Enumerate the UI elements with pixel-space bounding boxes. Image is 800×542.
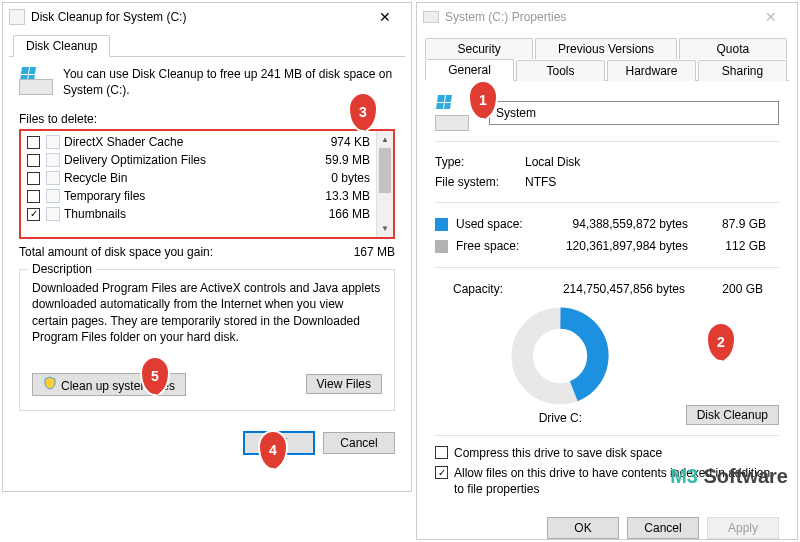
watermark-word: Software	[704, 465, 788, 487]
item-size: 13.3 MB	[310, 189, 370, 203]
item-size: 974 KB	[310, 135, 370, 149]
free-gb: 112 GB	[706, 239, 766, 253]
checkbox[interactable]	[27, 154, 40, 167]
clean-system-files-label: Clean up system files	[61, 379, 175, 393]
close-icon[interactable]: ✕	[365, 9, 405, 25]
item-name: Recycle Bin	[64, 171, 310, 185]
used-label: Used space:	[456, 217, 556, 231]
type-label: Type:	[435, 155, 525, 169]
scroll-thumb[interactable]	[379, 148, 391, 193]
watermark: M3 Software	[670, 465, 788, 488]
fs-label: File system:	[435, 175, 525, 189]
file-icon	[46, 153, 60, 167]
apply-button[interactable]: Apply	[707, 517, 779, 539]
drive-icon	[19, 67, 53, 95]
description-text: Downloaded Program Files are ActiveX con…	[32, 280, 382, 345]
tab-sharing[interactable]: Sharing	[698, 60, 787, 81]
tab-tools[interactable]: Tools	[516, 60, 605, 81]
used-swatch	[435, 218, 448, 231]
scroll-up-icon[interactable]: ▲	[377, 131, 393, 148]
drive-icon	[435, 95, 479, 131]
watermark-brand: M3	[670, 465, 698, 487]
scrollbar[interactable]: ▲ ▼	[376, 131, 393, 237]
item-name: Thumbnails	[64, 207, 310, 221]
files-to-delete-label: Files to delete:	[19, 112, 395, 126]
used-gb: 87.9 GB	[706, 217, 766, 231]
drive-caption: Drive C:	[435, 411, 686, 425]
type-value: Local Disk	[525, 155, 580, 169]
window-title: Disk Cleanup for System (C:)	[31, 10, 365, 24]
capacity-gb: 200 GB	[703, 282, 763, 296]
item-size: 166 MB	[310, 207, 370, 221]
item-name: Temporary files	[64, 189, 310, 203]
list-item[interactable]: DirectX Shader Cache 974 KB	[21, 133, 376, 151]
list-item[interactable]: Recycle Bin 0 bytes	[21, 169, 376, 187]
index-checkbox[interactable]	[435, 466, 448, 479]
capacity-label: Capacity:	[453, 282, 553, 296]
checkbox[interactable]	[27, 208, 40, 221]
list-item[interactable]: Thumbnails 166 MB	[21, 205, 376, 223]
tab-hardware[interactable]: Hardware	[607, 60, 696, 81]
item-name: Delivery Optimization Files	[64, 153, 310, 167]
shield-icon	[43, 376, 57, 390]
clean-system-files-button[interactable]: Clean up system files	[32, 373, 186, 396]
scroll-track[interactable]	[377, 193, 393, 220]
compress-label: Compress this drive to save disk space	[454, 446, 662, 460]
file-icon	[46, 171, 60, 185]
scroll-down-icon[interactable]: ▼	[377, 220, 393, 237]
drive-properties-dialog: System (C:) Properties ✕ Security Previo…	[416, 2, 798, 540]
ok-button[interactable]: OK	[243, 431, 315, 455]
titlebar[interactable]: Disk Cleanup for System (C:) ✕	[3, 3, 411, 31]
description-legend: Description	[28, 262, 96, 276]
close-icon[interactable]: ✕	[751, 9, 791, 25]
intro-text: You can use Disk Cleanup to free up 241 …	[63, 67, 395, 98]
files-to-delete-list[interactable]: DirectX Shader Cache 974 KB Delivery Opt…	[19, 129, 395, 239]
list-item[interactable]: Delivery Optimization Files 59.9 MB	[21, 151, 376, 169]
checkbox[interactable]	[27, 136, 40, 149]
pie-chart	[510, 306, 610, 406]
item-name: DirectX Shader Cache	[64, 135, 310, 149]
total-label: Total amount of disk space you gain:	[19, 245, 354, 259]
free-swatch	[435, 240, 448, 253]
checkbox[interactable]	[27, 190, 40, 203]
item-size: 0 bytes	[310, 171, 370, 185]
file-icon	[46, 207, 60, 221]
drive-name-input[interactable]	[489, 101, 779, 125]
titlebar[interactable]: System (C:) Properties ✕	[417, 3, 797, 31]
app-icon	[9, 9, 25, 25]
ok-button[interactable]: OK	[547, 517, 619, 539]
used-bytes: 94,388,559,872 bytes	[556, 217, 706, 231]
file-icon	[46, 189, 60, 203]
tab-previous-versions[interactable]: Previous Versions	[535, 38, 676, 59]
free-bytes: 120,361,897,984 bytes	[556, 239, 706, 253]
view-files-button[interactable]: View Files	[306, 374, 382, 394]
description-group: Description Downloaded Program Files are…	[19, 269, 395, 411]
tab-security[interactable]: Security	[425, 38, 533, 59]
file-icon	[46, 135, 60, 149]
disk-cleanup-dialog: Disk Cleanup for System (C:) ✕ Disk Clea…	[2, 2, 412, 492]
cancel-button[interactable]: Cancel	[627, 517, 699, 539]
compress-checkbox[interactable]	[435, 446, 448, 459]
cancel-button[interactable]: Cancel	[323, 432, 395, 454]
tab-disk-cleanup[interactable]: Disk Cleanup	[13, 35, 110, 57]
tab-general[interactable]: General	[425, 59, 514, 81]
capacity-bytes: 214,750,457,856 bytes	[553, 282, 703, 296]
free-label: Free space:	[456, 239, 556, 253]
list-item[interactable]: Temporary files 13.3 MB	[21, 187, 376, 205]
window-title: System (C:) Properties	[445, 10, 751, 24]
tab-quota[interactable]: Quota	[679, 38, 787, 59]
fs-value: NTFS	[525, 175, 556, 189]
checkbox[interactable]	[27, 172, 40, 185]
disk-cleanup-button[interactable]: Disk Cleanup	[686, 405, 779, 425]
total-value: 167 MB	[354, 245, 395, 259]
drive-icon	[423, 11, 439, 23]
item-size: 59.9 MB	[310, 153, 370, 167]
